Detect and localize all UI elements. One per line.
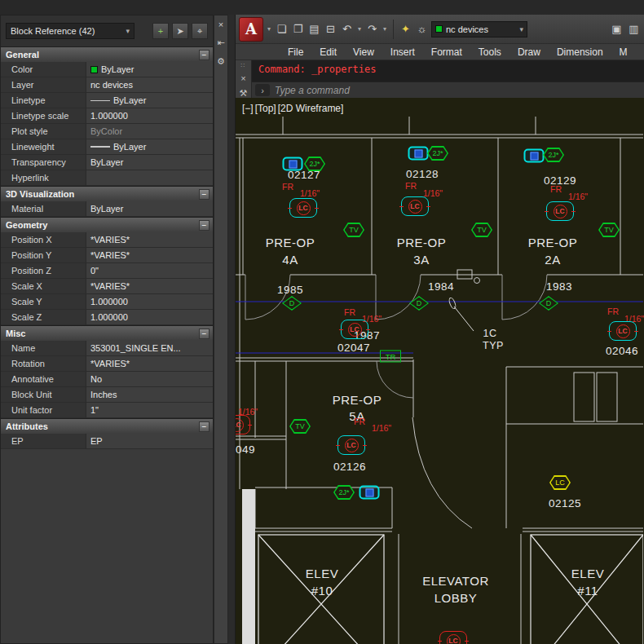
property-value[interactable]: EP [86,434,213,449]
menu-item-dimension[interactable]: Dimension [557,46,603,58]
property-row[interactable]: Plot styleByColor [1,124,213,139]
lightbulb-icon[interactable]: ✦ [399,23,412,35]
hex-tag-2j[interactable]: 2J* [543,148,564,162]
property-value[interactable]: *VARIES* [86,248,213,263]
drawing-text-label[interactable]: LOBBY [434,591,478,605]
selected-device[interactable] [283,157,303,171]
property-row[interactable]: TransparencyByLayer [1,155,213,170]
brightness-icon[interactable]: ☼ [415,23,429,35]
menu-item-view[interactable]: View [353,46,374,58]
collapse-icon[interactable]: − [199,50,210,60]
drawing-text-label[interactable]: 02128 [406,168,439,180]
door-diamond-tag[interactable]: D [539,296,558,311]
menu-item-insert[interactable]: Insert [390,46,415,58]
drawing-text-label[interactable]: 1/16" [423,188,443,198]
drawing-text-label[interactable]: FR [282,182,293,192]
property-value[interactable]: ByLayer [86,93,213,108]
property-value[interactable]: 1.000000 [86,294,213,310]
selected-device[interactable] [408,147,429,161]
collapse-icon[interactable]: − [199,329,210,339]
lc-device[interactable]: LC [546,201,574,221]
property-value[interactable]: *VARIES* [86,232,213,248]
property-row[interactable]: Layernc devices [1,77,213,93]
tv-hex-tag[interactable]: TV [598,223,620,237]
save-icon[interactable]: ▤ [307,23,321,35]
property-row[interactable]: Scale Y1.000000 [1,294,213,310]
drawing-text-label[interactable]: 02126 [333,461,366,473]
property-value[interactable]: 1.000000 [86,310,213,325]
menu-item-tools[interactable]: Tools [479,46,501,58]
lc-device[interactable]: LC [401,196,429,216]
door-diamond-tag[interactable]: D [409,296,429,311]
palette-settings-icon[interactable]: ⚙ [217,56,225,67]
drawing-text-label[interactable]: PRE-OP [333,393,382,407]
drawing-text-label[interactable]: 049 [236,443,255,456]
tv-hex-tag[interactable]: TV [471,223,492,237]
property-value[interactable]: ByLayer [86,139,213,155]
section-header[interactable]: 3D Visualization− [1,186,213,201]
layer-states-icon[interactable]: ▥ [627,23,641,35]
property-value[interactable]: ByLayer [86,62,213,77]
viewport-visual-style-control[interactable]: [2D Wireframe] [278,103,344,114]
drawing-text-label[interactable]: FR [354,417,365,426]
drawing-text-label[interactable]: 1984 [428,280,454,293]
close-command-icon[interactable]: × [240,73,245,83]
redo-caret-icon[interactable]: ▾ [382,25,388,33]
command-input[interactable]: Type a command [275,85,350,96]
quick-select-icon[interactable]: ⌖ [192,23,208,39]
close-palette-icon[interactable]: × [218,20,223,29]
plot-icon[interactable]: ⊟ [324,23,337,35]
drawing-text-label[interactable]: 1985 [277,284,303,296]
drawing-text-label[interactable]: FR [405,181,417,191]
property-row[interactable]: Scale Z1.000000 [1,310,213,325]
property-value[interactable]: ByLayer [86,201,213,217]
property-value[interactable]: No [86,372,213,387]
drawing-text-label[interactable]: PRE-OP [397,236,447,249]
drawing-text-label[interactable]: TYP [483,340,504,351]
drawing-text-label[interactable]: 2A [545,253,560,267]
menu-item-file[interactable]: File [288,46,303,58]
door-diamond-tag[interactable]: D [282,296,302,311]
open-folder-icon[interactable]: ❐ [291,23,305,35]
property-value[interactable]: ByColor [86,124,213,139]
drawing-text-label[interactable]: FR [550,184,562,194]
menu-item-edit[interactable]: Edit [320,46,337,58]
collapse-icon[interactable]: − [199,421,210,432]
property-value[interactable]: *VARIES* [86,356,213,372]
select-objects-icon[interactable]: ➤ [172,23,188,39]
property-row[interactable]: Position Z0" [1,263,213,279]
pickadd-toggle-icon[interactable]: + [152,23,169,39]
drawing-text-label[interactable]: #11 [577,584,598,598]
property-value[interactable]: Inches [86,387,213,403]
command-history-line[interactable]: Command: _properties [252,60,644,82]
drawing-text-label[interactable]: ELEV [306,567,338,580]
property-row[interactable]: Block UnitInches [1,387,213,403]
drawing-text-label[interactable]: FR [607,307,619,316]
hex-tag-2j[interactable]: 2J* [427,146,448,161]
property-row[interactable]: Linetype scale1.000000 [1,108,213,124]
drawing-text-label[interactable]: 02125 [549,497,581,509]
layer-dropdown[interactable]: nc devices ▾ [431,21,527,37]
menu-item-draw[interactable]: Draw [518,46,540,58]
lc-hex-yellow-tag[interactable]: LC [549,475,571,490]
drawing-text-label[interactable]: 1/16" [568,192,588,201]
lc-device[interactable]: LC [341,320,368,339]
drawing-text-label[interactable]: 1/16" [372,423,391,433]
property-row[interactable]: Scale X*VARIES* [1,279,213,294]
lc-device[interactable]: LC [609,321,637,341]
drawing-text-label[interactable]: 1983 [546,280,572,293]
property-row[interactable]: Rotation*VARIES* [1,356,213,372]
drawing-text-label[interactable]: ELEVATOR [422,574,489,588]
property-value[interactable]: 0" [86,263,213,279]
hex-tag-2j[interactable]: 2J* [304,157,325,171]
redo-icon[interactable]: ↷ [365,23,379,35]
section-header[interactable]: Misc− [1,325,213,341]
drawing-text-label[interactable]: PRE-OP [528,236,578,249]
property-row[interactable]: Position X*VARIES* [1,232,213,248]
undo-icon[interactable]: ↶ [340,23,354,35]
property-row[interactable]: ColorByLayer [1,62,213,77]
drag-handle-icon[interactable]: ∷ [240,62,245,69]
viewport-minus-control[interactable]: [−] [242,103,254,114]
drawing-text-label[interactable]: ELEV [571,567,604,580]
menu-item-m[interactable]: M [620,46,628,58]
